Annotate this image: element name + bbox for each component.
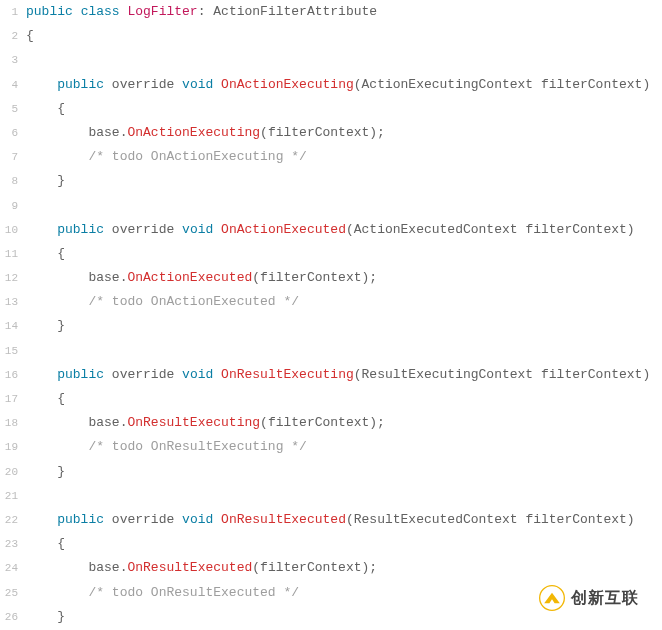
token: ) [642, 77, 650, 92]
line-number: 22 [0, 508, 24, 532]
code-line: 6 base.OnActionExecuting(filterContext); [0, 121, 662, 145]
code-line: 2{ [0, 24, 662, 48]
line-number: 3 [0, 48, 24, 72]
line-number: 14 [0, 314, 24, 338]
code-line: 11 { [0, 242, 662, 266]
code-content: base.OnActionExecuting(filterContext); [24, 121, 662, 145]
line-number: 16 [0, 363, 24, 387]
token: ( [354, 367, 362, 382]
line-number: 13 [0, 290, 24, 314]
code-line: 16 public override void OnResultExecutin… [0, 363, 662, 387]
token: filterContext [268, 415, 369, 430]
token: ) [627, 512, 635, 527]
line-number: 8 [0, 169, 24, 193]
token: public [57, 367, 104, 382]
code-line: 20 } [0, 460, 662, 484]
token: base [88, 415, 119, 430]
line-number: 11 [0, 242, 24, 266]
code-line: 8 } [0, 169, 662, 193]
code-line: 12 base.OnActionExecuted(filterContext); [0, 266, 662, 290]
token: ( [260, 125, 268, 140]
token: OnResultExecuting [127, 415, 260, 430]
token: ( [252, 270, 260, 285]
token: /* todo OnResultExecuting */ [88, 439, 306, 454]
token: OnActionExecuting [221, 77, 354, 92]
token: ( [346, 512, 354, 527]
code-content: /* todo OnResultExecuting */ [24, 435, 662, 459]
token: base [88, 270, 119, 285]
token: OnResultExecuted [221, 512, 346, 527]
code-content: } [24, 169, 662, 193]
code-line: 23 { [0, 532, 662, 556]
token: /* todo OnActionExecuting */ [88, 149, 306, 164]
line-number: 10 [0, 218, 24, 242]
token: ActionExecutingContext filterContext [362, 77, 643, 92]
code-line: 14 } [0, 314, 662, 338]
code-line: 7 /* todo OnActionExecuting */ [0, 145, 662, 169]
token: ); [362, 560, 378, 575]
token: override [112, 222, 174, 237]
code-line: 21 [0, 484, 662, 508]
line-number: 21 [0, 484, 24, 508]
code-line: 1public class LogFilter: ActionFilterAtt… [0, 0, 662, 24]
token: base [88, 560, 119, 575]
token: { [57, 536, 65, 551]
token: override [112, 77, 174, 92]
token: ( [346, 222, 354, 237]
line-number: 17 [0, 387, 24, 411]
watermark-text: 创新互联 [571, 588, 639, 609]
token: ( [260, 415, 268, 430]
code-block: 1public class LogFilter: ActionFilterAtt… [0, 0, 662, 630]
token: /* todo OnResultExecuted */ [88, 585, 299, 600]
token: void [182, 367, 213, 382]
token: filterContext [268, 125, 369, 140]
line-number: 25 [0, 581, 24, 605]
code-line: 9 [0, 194, 662, 218]
line-number: 2 [0, 24, 24, 48]
code-lines: 1public class LogFilter: ActionFilterAtt… [0, 0, 662, 629]
code-content: base.OnResultExecuting(filterContext); [24, 411, 662, 435]
code-line: 19 /* todo OnResultExecuting */ [0, 435, 662, 459]
token: OnResultExecuted [127, 560, 252, 575]
code-content: public class LogFilter: ActionFilterAttr… [24, 0, 662, 24]
token: void [182, 512, 213, 527]
code-content: public override void OnActionExecuting(A… [24, 73, 662, 97]
code-content: { [24, 97, 662, 121]
line-number: 5 [0, 97, 24, 121]
token: } [57, 609, 65, 624]
token: OnResultExecuting [221, 367, 354, 382]
code-content: /* todo OnActionExecuting */ [24, 145, 662, 169]
token: { [26, 28, 34, 43]
token: ( [354, 77, 362, 92]
line-number: 6 [0, 121, 24, 145]
token: ActionExecutedContext filterContext [354, 222, 627, 237]
line-number: 15 [0, 339, 24, 363]
token: ) [627, 222, 635, 237]
token: ); [369, 415, 385, 430]
token: ); [362, 270, 378, 285]
line-number: 9 [0, 194, 24, 218]
code-line: 17 { [0, 387, 662, 411]
code-content: public override void OnResultExecuted(Re… [24, 508, 662, 532]
code-content: public override void OnActionExecuted(Ac… [24, 218, 662, 242]
token: void [182, 222, 213, 237]
code-line: 18 base.OnResultExecuting(filterContext)… [0, 411, 662, 435]
line-number: 4 [0, 73, 24, 97]
code-line: 4 public override void OnActionExecuting… [0, 73, 662, 97]
token: { [57, 101, 65, 116]
line-number: 26 [0, 605, 24, 629]
token: OnActionExecuted [221, 222, 346, 237]
token: public [26, 4, 73, 19]
code-line: 13 /* todo OnActionExecuted */ [0, 290, 662, 314]
token: } [57, 173, 65, 188]
code-content: { [24, 24, 662, 48]
token: OnActionExecuted [127, 270, 252, 285]
logo-icon [539, 585, 565, 611]
token: ); [369, 125, 385, 140]
token: : [198, 4, 214, 19]
code-line: 3 [0, 48, 662, 72]
line-number: 7 [0, 145, 24, 169]
line-number: 20 [0, 460, 24, 484]
code-content: /* todo OnActionExecuted */ [24, 290, 662, 314]
code-line: 5 { [0, 97, 662, 121]
